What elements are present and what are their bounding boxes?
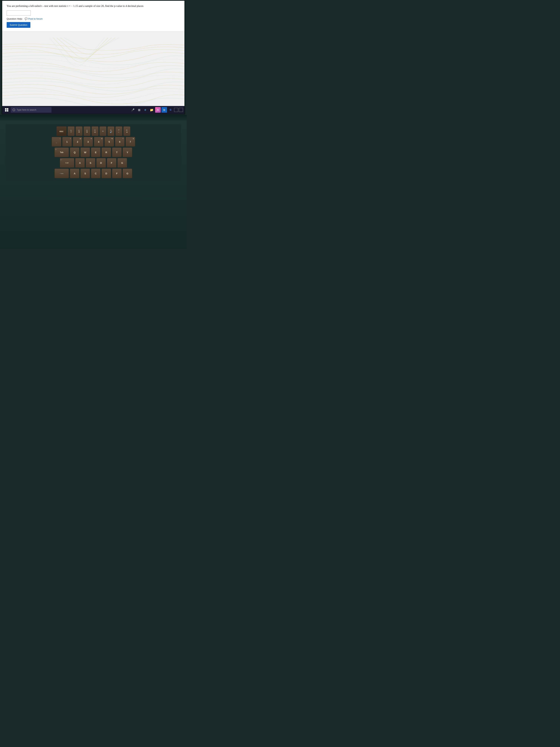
f2-key[interactable]: f2 ✳ <box>76 126 83 136</box>
key-d[interactable]: D <box>96 158 106 168</box>
capslock-key[interactable]: |← CaD <box>60 158 74 168</box>
f5-key[interactable]: f5 <box>100 126 106 136</box>
qwerty-row: |- Tab Q W E R T Y <box>8 148 179 157</box>
key-7[interactable]: & 7 <box>126 137 135 147</box>
key-1[interactable]: ! 1 <box>62 137 72 147</box>
waves-background: .wave { fill: none; stroke-width: 1.5; o… <box>2 38 184 106</box>
laptop-body: esc f1 ? f2 ✳ f3 ✳ f4 ▭ <box>0 115 187 249</box>
bottom-partial-row: * xxx A S C D F G <box>8 169 179 178</box>
laptop-screen-frame: You are performing a left-tailed t - tes… <box>1 0 185 114</box>
laptop-hinge <box>0 115 187 121</box>
f1-key[interactable]: f1 ? <box>68 126 75 136</box>
message-icon: 💬 <box>25 18 28 20</box>
submit-question-button[interactable]: Submit Question <box>7 22 30 28</box>
key-s[interactable]: S <box>86 158 96 168</box>
window-restore-icon[interactable] <box>179 108 183 112</box>
function-key-row: esc f1 ? f2 ✳ f3 ✳ f4 ▭ <box>8 126 179 136</box>
window-minimize-icon[interactable] <box>174 108 178 112</box>
microphone-icon[interactable]: 🎤 <box>130 107 136 113</box>
key-q[interactable]: Q <box>70 148 79 157</box>
key-w[interactable]: W <box>80 148 90 157</box>
tab-key[interactable]: |- Tab <box>54 148 69 157</box>
windows-logo-icon <box>5 108 8 111</box>
google-chrome-icon[interactable]: G <box>168 107 174 113</box>
f8-key[interactable]: f8 ◄ <box>123 126 130 136</box>
question-text: You are performing a left-tailed t - tes… <box>7 4 180 8</box>
f7-key[interactable]: f7 ← <box>115 126 123 136</box>
key-2[interactable]: @ 2 <box>73 137 82 147</box>
key-f[interactable]: F <box>107 158 116 168</box>
key-dash[interactable]: - _ <box>52 137 61 147</box>
shift-left-key[interactable]: * xxx <box>54 169 69 178</box>
question-help: Question Help: 💬 Post to forum <box>7 18 180 20</box>
file-explorer-icon[interactable]: 📁 <box>149 107 155 113</box>
f3-key[interactable]: f3 ✳ <box>83 126 90 136</box>
key-4[interactable]: $ 4 <box>94 137 104 147</box>
key-5[interactable]: % 5 <box>104 137 114 147</box>
key-a[interactable]: A <box>75 158 85 168</box>
key-3[interactable]: # 3 <box>83 137 93 147</box>
key-6[interactable]: ^ 6 <box>115 137 125 147</box>
search-circle-icon <box>12 108 15 111</box>
post-to-forum-link[interactable]: Post to forum <box>28 18 43 20</box>
windows-start-button[interactable] <box>4 107 10 113</box>
ai-app-icon[interactable]: Ai <box>155 107 161 113</box>
question-area: You are performing a left-tailed t - tes… <box>2 1 184 31</box>
number-key-row: - _ ! 1 @ 2 # 3 $ 4 <box>8 137 179 147</box>
key-t[interactable]: T <box>112 148 122 157</box>
asdf-row: |← CaD A S D F G <box>8 158 179 168</box>
answer-input[interactable] <box>7 10 31 16</box>
keyboard-area: esc f1 ? f2 ✳ f3 ✳ f4 ▭ <box>0 121 187 181</box>
blue-d-app-icon[interactable]: D <box>161 107 167 113</box>
taskbar-icons-group: 🎤 ⊞ e 📁 Ai D G <box>130 107 183 113</box>
task-view-icon[interactable]: ⊞ <box>136 107 142 113</box>
f6-key[interactable]: f6 🔊 <box>107 126 114 136</box>
key-c-partial[interactable]: C <box>91 169 101 178</box>
help-label: Question Help: <box>7 18 23 20</box>
esc-key[interactable]: esc <box>56 126 67 136</box>
key-z-partial[interactable]: A <box>70 169 79 178</box>
edge-browser-icon[interactable]: e <box>142 107 148 113</box>
key-x-partial[interactable]: S <box>80 169 90 178</box>
key-b-partial[interactable]: F <box>112 169 122 178</box>
taskbar-search[interactable]: Type here to search <box>11 107 52 113</box>
key-v-partial[interactable]: D <box>102 169 111 178</box>
keyboard: esc f1 ? f2 ✳ f3 ✳ f4 ▭ <box>5 124 181 181</box>
key-g[interactable]: G <box>117 158 127 168</box>
search-placeholder-text: Type here to search <box>17 108 36 111</box>
key-e[interactable]: E <box>91 148 101 157</box>
key-y[interactable]: Y <box>123 148 132 157</box>
key-n-partial[interactable]: G <box>123 169 132 178</box>
screen-inner: You are performing a left-tailed t - tes… <box>2 1 184 114</box>
f4-key[interactable]: f4 ▭ <box>91 126 99 136</box>
key-r[interactable]: R <box>102 148 111 157</box>
taskbar: Type here to search 🎤 ⊞ e 📁 Ai D G <box>2 106 184 114</box>
